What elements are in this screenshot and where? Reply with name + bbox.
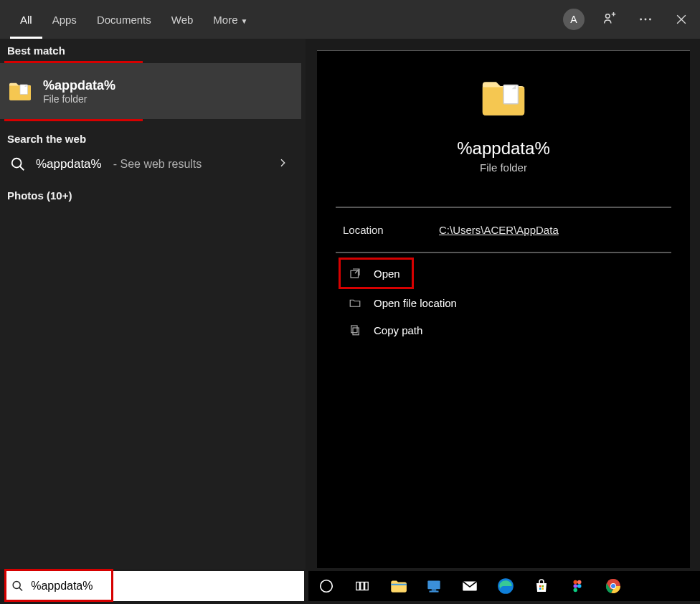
web-result-suffix: - See web results bbox=[113, 158, 202, 171]
svg-point-13 bbox=[13, 582, 20, 589]
taskbar-explorer-icon[interactable] bbox=[384, 572, 412, 600]
action-copy-path-label: Copy path bbox=[374, 324, 422, 336]
action-open[interactable]: Open bbox=[341, 260, 412, 287]
svg-rect-19 bbox=[391, 584, 407, 585]
close-icon[interactable] bbox=[668, 6, 694, 32]
taskbar-figma-icon[interactable] bbox=[564, 572, 591, 600]
svg-point-1 bbox=[640, 19, 642, 21]
folder-large-icon bbox=[478, 72, 529, 123]
svg-point-33 bbox=[574, 588, 578, 593]
search-input-bar[interactable] bbox=[4, 571, 304, 601]
action-open-location[interactable]: Open file location bbox=[339, 289, 690, 316]
taskbar-settings-icon[interactable] bbox=[420, 572, 448, 600]
svg-point-2 bbox=[645, 19, 647, 21]
svg-point-0 bbox=[606, 14, 610, 19]
location-row: Location C:\Users\ACER\AppData bbox=[317, 208, 690, 252]
svg-line-8 bbox=[20, 166, 24, 171]
svg-point-7 bbox=[12, 159, 22, 168]
svg-point-30 bbox=[577, 580, 582, 585]
preview-title: %appdata% bbox=[457, 138, 549, 159]
svg-point-3 bbox=[649, 19, 651, 21]
highlight-open: Open bbox=[339, 258, 414, 289]
chevron-down-icon: ▼ bbox=[241, 17, 248, 25]
svg-point-32 bbox=[577, 584, 582, 588]
feedback-icon[interactable] bbox=[597, 6, 623, 32]
tab-more[interactable]: More▼ bbox=[203, 0, 257, 39]
photos-label[interactable]: Photos (10+) bbox=[0, 179, 306, 206]
svg-rect-28 bbox=[542, 588, 544, 590]
svg-rect-22 bbox=[430, 591, 439, 593]
results-pane: Best match %appdata% File folder Search … bbox=[0, 39, 306, 570]
search-filter-tabbar: All Apps Documents Web More▼ A bbox=[0, 0, 700, 39]
taskbar-chrome-icon[interactable] bbox=[600, 572, 627, 600]
location-path[interactable]: C:\Users\ACER\AppData bbox=[439, 224, 559, 236]
account-avatar[interactable]: A bbox=[561, 6, 587, 32]
search-icon bbox=[10, 156, 26, 172]
svg-rect-26 bbox=[542, 585, 544, 588]
svg-rect-27 bbox=[539, 588, 541, 590]
action-open-location-label: Open file location bbox=[374, 297, 457, 309]
web-result-item[interactable]: %appdata% - See web results bbox=[0, 149, 300, 179]
avatar-letter: A bbox=[563, 9, 585, 30]
search-icon bbox=[11, 580, 24, 593]
folder-open-icon bbox=[348, 296, 362, 310]
taskbar bbox=[308, 571, 700, 601]
tab-documents[interactable]: Documents bbox=[87, 0, 161, 39]
web-result-query: %appdata% bbox=[36, 157, 102, 171]
taskbar-store-icon[interactable] bbox=[528, 572, 555, 600]
preview-subtitle: File folder bbox=[480, 161, 527, 174]
tab-all[interactable]: All bbox=[10, 0, 42, 39]
tab-apps[interactable]: Apps bbox=[42, 0, 87, 39]
tab-web[interactable]: Web bbox=[161, 0, 204, 39]
svg-rect-18 bbox=[365, 582, 369, 590]
svg-point-36 bbox=[611, 584, 615, 588]
svg-rect-20 bbox=[427, 580, 440, 589]
svg-rect-21 bbox=[432, 589, 437, 590]
highlight-best-match: %appdata% File folder bbox=[4, 61, 143, 121]
copy-icon bbox=[348, 323, 362, 337]
svg-rect-16 bbox=[356, 582, 360, 590]
taskbar-mail-icon[interactable] bbox=[456, 572, 483, 600]
taskbar-taskview-icon[interactable] bbox=[349, 572, 376, 600]
svg-rect-11 bbox=[353, 328, 359, 335]
preview-pane: %appdata% File folder Location C:\Users\… bbox=[317, 50, 690, 568]
svg-rect-12 bbox=[351, 326, 357, 333]
location-label: Location bbox=[343, 224, 439, 236]
best-match-title: %appdata% bbox=[43, 78, 115, 93]
search-input[interactable] bbox=[24, 580, 297, 593]
best-match-subtitle: File folder bbox=[43, 93, 115, 105]
best-match-label: Best match bbox=[0, 39, 306, 61]
svg-rect-25 bbox=[539, 585, 541, 588]
folder-icon bbox=[7, 78, 33, 104]
open-icon bbox=[348, 266, 362, 280]
chevron-right-icon bbox=[277, 157, 288, 171]
windows-search-panel: All Apps Documents Web More▼ A Best m bbox=[0, 0, 700, 604]
taskbar-edge-icon[interactable] bbox=[492, 572, 519, 600]
search-web-label: Search the web bbox=[0, 121, 306, 149]
svg-line-14 bbox=[19, 588, 22, 590]
svg-point-15 bbox=[321, 580, 333, 593]
action-open-label: Open bbox=[374, 268, 400, 280]
svg-point-31 bbox=[574, 584, 578, 588]
more-options-icon[interactable] bbox=[633, 6, 658, 32]
best-match-item[interactable]: %appdata% File folder bbox=[0, 63, 301, 119]
taskbar-cortana-icon[interactable] bbox=[313, 572, 340, 600]
svg-point-29 bbox=[574, 580, 578, 585]
svg-rect-17 bbox=[361, 582, 364, 590]
action-copy-path[interactable]: Copy path bbox=[339, 316, 690, 344]
